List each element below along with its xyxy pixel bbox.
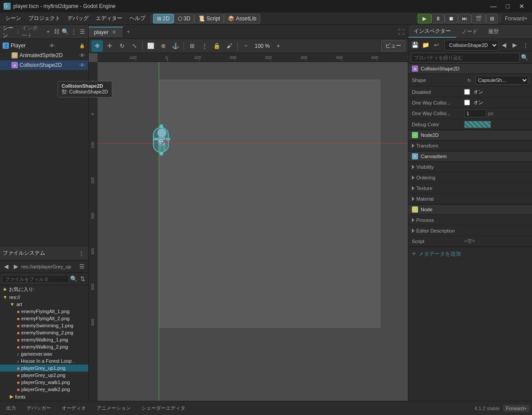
step-button[interactable]: ⏭ [458, 14, 471, 23]
scene-settings-button[interactable]: ☰ [79, 27, 86, 36]
prop-ordering[interactable]: Ordering [408, 172, 532, 183]
link-node-button[interactable]: ⛓ [53, 27, 60, 36]
toolbar-2d-button[interactable]: ⊞ 2D [153, 14, 174, 23]
paint-button[interactable]: 🖌 [223, 40, 235, 52]
fs-item-gameover[interactable]: ♪ gameover.wav [0, 350, 88, 357]
menu-help[interactable]: ヘルプ [126, 13, 149, 24]
fs-sort-button[interactable]: ⇅ [79, 275, 87, 283]
tree-node-animatedsprite[interactable]: 🎞 AnimatedSprite2D 👁 [0, 50, 88, 60]
insp-nav-left[interactable]: ◀ [499, 40, 509, 50]
insp-load-button[interactable]: 📁 [421, 40, 430, 50]
prop-visibility[interactable]: Visibility [408, 162, 532, 172]
insp-save-button[interactable]: 💾 [410, 40, 420, 50]
prop-process[interactable]: Process [408, 215, 532, 225]
bottom-tab-audio[interactable]: オーディオ [58, 403, 90, 413]
player-visibility-button[interactable]: 👁 [49, 42, 56, 49]
bottom-tab-output[interactable]: 出力 [3, 403, 20, 413]
fs-item-root[interactable]: ▼ res:// [0, 294, 88, 301]
play-button[interactable]: ▶ [418, 14, 431, 23]
layout-button[interactable]: ⊞ [486, 14, 498, 23]
fs-item-playerwalk2[interactable]: ■ playerGrey_walk2.png [0, 386, 88, 393]
disabled-checkbox[interactable] [464, 89, 470, 95]
capsule-control-top[interactable] [160, 124, 163, 128]
bottom-tab-animation[interactable]: アニメーション [93, 403, 134, 413]
toolbar-3d-button[interactable]: ⬡ 3D [174, 14, 195, 23]
menu-editor[interactable]: エディター [92, 13, 126, 24]
anchor-button[interactable]: ⚓ [170, 40, 181, 52]
tree-node-player[interactable]: 👤 Player 👁 🔒 [0, 41, 88, 50]
fs-forward-button[interactable]: ▶ [12, 262, 20, 271]
menu-debug[interactable]: デバッグ [64, 13, 92, 24]
prop-texture[interactable]: Texture [408, 183, 532, 194]
fs-search-button[interactable]: 🔍 [70, 275, 78, 283]
fs-item-playerwalk1[interactable]: ■ playerGrey_walk1.png [0, 379, 88, 386]
rotate-tool-button[interactable]: ↻ [116, 40, 128, 52]
menu-scene[interactable]: シーン [2, 13, 25, 24]
fs-item-walk2[interactable]: ■ enemyWalking_2.png [0, 343, 88, 350]
fs-item-swim1[interactable]: ■ enemySwimming_1.png [0, 322, 88, 329]
rect-select-button[interactable]: ⬜ [145, 40, 156, 52]
fs-item-house[interactable]: ♪ House In a Forest Loop . [0, 357, 88, 365]
fullscreen-button[interactable]: ⛶ [395, 28, 408, 35]
toolbar-script-button[interactable]: 📜 Script [194, 14, 224, 23]
toolbar-assetlib-button[interactable]: 📦 AssetLib [224, 14, 260, 23]
select-tool-button[interactable]: ✥ [91, 40, 103, 52]
fs-item-walk1[interactable]: ■ enemyWalking_1.png [0, 336, 88, 343]
fs-back-button[interactable]: ◀ [2, 262, 11, 271]
fs-menu-button[interactable]: ⋮ [77, 249, 86, 258]
fs-item-playerup2[interactable]: ■ playerGrey_up2.png [0, 372, 88, 379]
bottom-tab-debugger[interactable]: デバッガー [23, 403, 55, 413]
fs-path-menu-button[interactable]: ☰ [78, 262, 86, 271]
movie-button[interactable]: 🎬 [471, 14, 486, 23]
property-filter-input[interactable] [411, 53, 520, 62]
tree-node-collision[interactable]: ◈ CollisionShape2D 👁 [0, 60, 88, 70]
insp-clear-button[interactable]: ↩ [431, 40, 441, 50]
move-tool-button[interactable]: ✛ [104, 40, 115, 52]
stop-button[interactable]: ⏹ [445, 14, 458, 23]
debug-color-swatch[interactable] [464, 121, 491, 128]
prop-editor-desc[interactable]: Editor Description [408, 225, 532, 236]
move2-button[interactable]: ⊕ [157, 40, 169, 52]
add-tab-button[interactable]: + [123, 27, 134, 37]
menu-project[interactable]: プロジェクト [25, 13, 64, 24]
zoom-out-button[interactable]: − [242, 42, 250, 50]
fs-item-fonts[interactable]: ▶ fonts [0, 393, 88, 400]
shape-reset-button[interactable]: ↻ [464, 75, 474, 85]
insp-menu[interactable]: ⋮ [520, 40, 530, 50]
add-node-button[interactable]: + [45, 27, 51, 36]
close-button[interactable]: ✕ [515, 2, 528, 11]
inspector-tab-node[interactable]: ノード [456, 26, 483, 37]
scene-menu-button[interactable]: ⋮ [71, 27, 78, 36]
player-sprite[interactable]: ⊕ [149, 126, 175, 162]
fs-filter-input[interactable] [2, 275, 69, 283]
maximize-button[interactable]: □ [501, 2, 514, 11]
pause-button[interactable]: ⏸ [431, 14, 445, 23]
bottom-tab-shader[interactable]: シェーダーエディタ [138, 403, 189, 413]
filter-nodes-button[interactable]: 🔍 [62, 27, 69, 36]
zoom-in-button[interactable]: + [274, 42, 283, 50]
collision-visibility-button[interactable]: 👁 [78, 62, 86, 69]
inspector-tab-inspector[interactable]: インスペクター [408, 26, 456, 38]
fs-item-enemy2[interactable]: ■ enemyFlyingAlt_2.png [0, 315, 88, 322]
view-menu-button[interactable]: ビュー [381, 40, 405, 51]
fs-item-swim2[interactable]: ■ enemySwimming_2.png [0, 329, 88, 336]
oneway2-input[interactable] [464, 109, 486, 117]
grid-button[interactable]: ⋮ [199, 40, 210, 52]
capsule-control-bottom[interactable] [160, 152, 163, 155]
insp-nav-right[interactable]: ▶ [510, 40, 520, 50]
add-metadata-button[interactable]: + メタデータを追加 [408, 247, 532, 260]
anim-visibility-button[interactable]: 👁 [78, 52, 86, 59]
pivot-button[interactable]: ⊞ [186, 40, 198, 52]
player-lock-button[interactable]: 🔒 [78, 42, 86, 49]
snap-button[interactable]: 🔒 [211, 40, 223, 52]
minimize-button[interactable]: — [487, 2, 500, 11]
shape-dropdown[interactable]: CapsuleSh... [476, 76, 528, 85]
tab-close-button[interactable]: ✕ [111, 29, 117, 35]
oneway1-checkbox[interactable] [464, 100, 470, 105]
fs-item-enemy1[interactable]: ■ enemyFlyingAlt_1.png [0, 308, 88, 315]
prop-transform-group[interactable]: Transform [408, 140, 532, 151]
filter-search-icon[interactable]: 🔍 [520, 53, 529, 62]
scale-tool-button[interactable]: ⤡ [129, 40, 140, 52]
fs-item-art-folder[interactable]: ▼ art [0, 301, 88, 308]
node-type-selector[interactable]: CollisionShape2D [444, 40, 498, 50]
